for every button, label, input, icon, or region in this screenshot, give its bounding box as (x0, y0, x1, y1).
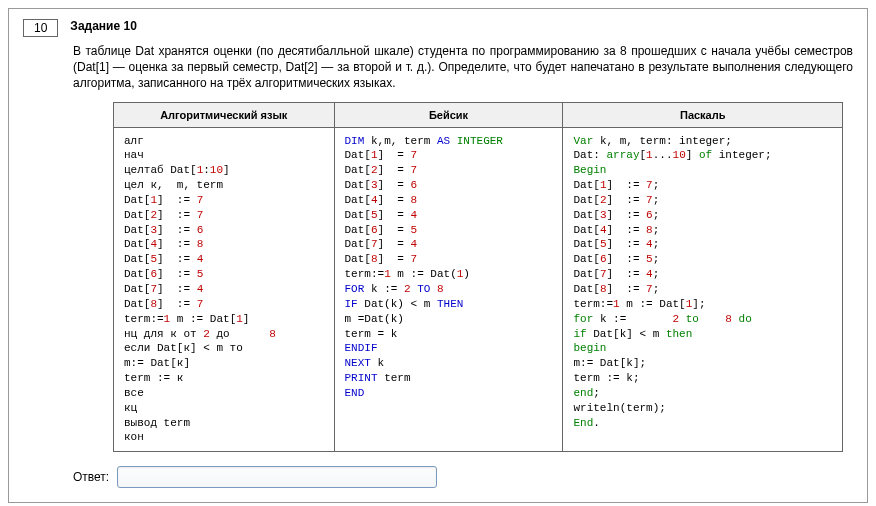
table-row: алг нач целтаб Dat[1:10] цел к, m, term … (114, 127, 843, 452)
code-cell-basic: DIM k,m, term AS INTEGER Dat[1] = 7 Dat[… (334, 127, 563, 452)
task-text: В таблице Dat хранятся оценки (по десяти… (73, 43, 853, 92)
answer-input[interactable] (117, 466, 437, 488)
answer-label: Ответ: (73, 470, 109, 484)
task-header: 10 Задание 10 (23, 19, 853, 37)
col-header-pascal: Паскаль (563, 102, 843, 127)
task-number-box: 10 (23, 19, 58, 37)
task-title: Задание 10 (70, 19, 136, 33)
code-cell-alg: алг нач целтаб Dat[1:10] цел к, m, term … (114, 127, 335, 452)
code-cell-pascal: Var k, m, term: integer; Dat: array[1...… (563, 127, 843, 452)
answer-row: Ответ: (73, 466, 853, 488)
code-table: Алгоритмический язык Бейсик Паскаль алг … (113, 102, 843, 453)
table-row: Алгоритмический язык Бейсик Паскаль (114, 102, 843, 127)
task-container: 10 Задание 10 В таблице Dat хранятся оце… (8, 8, 868, 503)
col-header-alg: Алгоритмический язык (114, 102, 335, 127)
col-header-basic: Бейсик (334, 102, 563, 127)
